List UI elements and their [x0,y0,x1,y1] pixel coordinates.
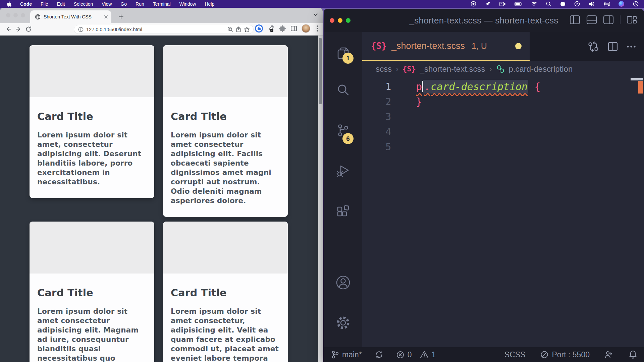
code-editor[interactable]: 1 p.card-description { 2 } 3 4 5 [362,76,644,347]
share-icon[interactable] [236,26,241,33]
titlebar-separator [620,15,621,24]
status-bar: main* 0 1 SCSS Port : 5500 [324,347,644,362]
chrome-window: Shorten Text With CSS 127.0.0.1:5500/ind… [0,8,323,362]
settings-gear-icon[interactable] [335,315,351,330]
problems-status[interactable]: 0 1 [396,350,436,359]
moon-icon[interactable] [560,1,566,7]
customize-layout-icon[interactable] [627,15,637,24]
menu-run[interactable]: Run [136,1,144,7]
unsaved-changes-dot[interactable] [515,43,522,49]
sync-changes-button[interactable] [375,350,383,359]
card-image-placeholder [30,45,154,97]
close-window-button[interactable] [330,18,334,23]
breadcrumb-file[interactable]: _shorten-text.scss [420,64,485,74]
page-scrollbar[interactable] [318,36,323,362]
reload-button[interactable] [23,24,34,34]
card-title: Card Title [37,287,147,299]
record-icon[interactable] [471,1,476,7]
language-mode[interactable]: SCSS [504,350,526,359]
extensions-puzzle-icon[interactable] [279,25,286,32]
menu-selection[interactable]: Selection [74,1,93,7]
warnings-count: 1 [432,350,436,359]
back-button[interactable] [3,24,13,34]
menu-help[interactable]: Help [205,1,214,7]
breadcrumb-symbol[interactable]: p.card-description [509,64,573,74]
menu-app-name[interactable]: Code [20,1,32,7]
menu-window[interactable]: Window [179,1,196,7]
extensions-icon[interactable] [336,204,351,219]
zoom-window-button[interactable] [346,18,351,23]
vscode-window-controls[interactable] [330,18,351,23]
password-manager-icon[interactable] [255,24,263,33]
feedback-person-icon [604,350,614,359]
editor-tab-active[interactable]: {S} _shorten-text.scss 1, U [362,32,530,61]
volume-icon[interactable] [589,1,595,6]
code-line-2[interactable]: } [416,96,422,108]
url-text[interactable]: 127.0.0.1:5500/index.html [86,27,225,32]
live-server-port[interactable]: Port : 5500 [540,350,590,359]
toggle-panel-icon[interactable] [586,15,597,24]
git-branch-icon [331,350,339,359]
chrome-menu-icon[interactable] [315,24,320,33]
page-scrollbar-thumb[interactable] [319,38,322,104]
breadcrumb-folder[interactable]: scss [376,64,392,74]
minimize-window-button[interactable] [13,13,18,17]
address-bar[interactable]: 127.0.0.1:5500/index.html [74,25,254,34]
tab-search-chevron-icon[interactable] [313,13,318,16]
control-center-icon[interactable] [604,2,610,6]
tab-problems-git-decoration: 1, U [472,41,487,51]
minimize-window-button[interactable] [338,18,342,23]
toggle-secondary-sidebar-icon[interactable] [603,15,614,24]
close-window-button[interactable] [6,13,10,17]
feedback-button[interactable] [604,350,614,359]
apple-menu-icon[interactable] [7,1,11,7]
menu-view[interactable]: View [102,1,112,7]
color-picker-extension-icon[interactable] [267,25,275,32]
side-panel-icon[interactable] [290,25,297,32]
clock-icon[interactable] [633,1,639,7]
errors-count: 0 [408,350,412,359]
card-title: Card Title [37,111,147,122]
split-editor-icon[interactable] [608,42,618,51]
rocket-icon[interactable] [485,1,491,7]
code-line-1[interactable]: p.card-description { [416,81,540,93]
menu-go[interactable]: Go [120,1,127,7]
menu-edit[interactable]: Edit [57,1,65,7]
open-changes-icon[interactable] [588,42,599,52]
toggle-primary-sidebar-icon[interactable] [570,15,580,24]
card-description: Lorem ipsum dolor sit amet, consectetur … [37,130,147,187]
port-label: Port : 5500 [552,350,590,359]
explorer-badge: 1 [342,53,354,64]
warnings-icon [420,351,429,359]
menu-terminal[interactable]: Terminal [153,1,171,7]
spotlight-icon[interactable] [546,1,551,7]
menu-file[interactable]: File [41,1,48,7]
forward-button[interactable] [13,24,23,34]
git-branch-status[interactable]: main* [331,350,362,359]
run-debug-icon[interactable] [335,163,351,179]
site-info-icon[interactable] [78,27,84,32]
notifications-button[interactable] [629,350,637,359]
sass-file-icon: {S} [371,41,387,51]
vscode-window: _shorten-text.scss — shorten-text-css 1 … [324,9,644,362]
close-tab-icon[interactable] [104,15,108,19]
accounts-icon[interactable] [335,275,351,290]
zoom-window-button[interactable] [21,13,25,17]
browser-tab[interactable]: Shorten Text With CSS [30,10,111,23]
siri-icon[interactable] [619,1,624,7]
wifi-icon[interactable] [531,2,537,6]
sass-file-icon: {S} [402,65,416,73]
web-page-viewport: Card Title Lorem ipsum dolor sit amet, c… [0,36,323,362]
bookmark-star-icon[interactable] [244,26,250,33]
card: Card Title Lorem ipsum dolor sit amet co… [163,45,288,217]
chrome-window-controls[interactable] [6,13,25,17]
new-tab-button[interactable] [117,12,125,21]
camera-icon[interactable] [499,2,506,6]
sync-icon [375,350,383,359]
zoom-page-icon[interactable] [227,26,233,32]
more-actions-icon[interactable] [627,45,636,48]
search-icon[interactable] [336,83,351,98]
play-circle-icon[interactable] [574,1,580,7]
profile-avatar[interactable] [302,24,310,33]
battery-icon[interactable] [515,2,523,6]
